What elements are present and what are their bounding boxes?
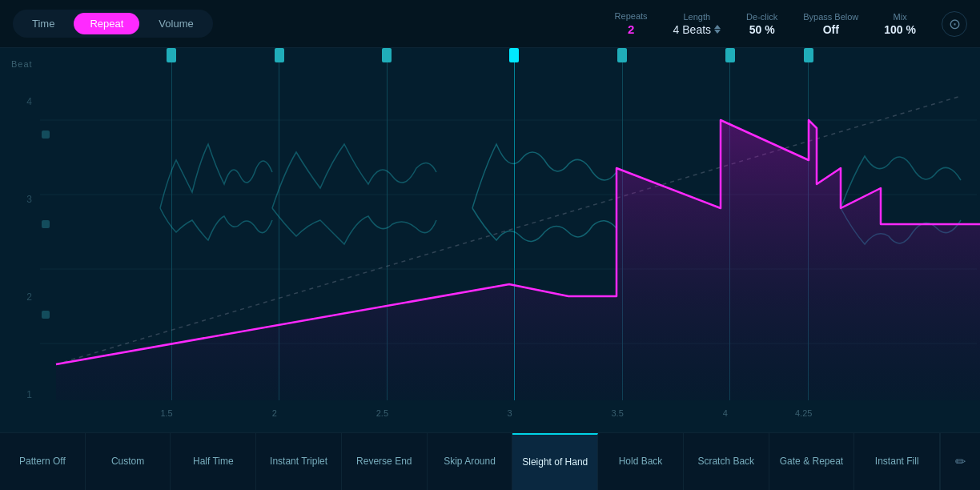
x-tick-2.5: 2.5 [376,408,388,418]
x-tick-2: 2 [272,408,277,418]
arrow-up-icon[interactable] [714,25,721,29]
tab-time[interactable]: Time [16,13,70,34]
preset-instant-fill[interactable]: Instant Fill [854,433,940,490]
param-repeats: Repeats 2 [615,11,648,36]
length-value: 4 Beats [673,23,711,36]
preset-custom[interactable]: Custom [86,433,171,490]
preset-gate-repeat[interactable]: Gate & Repeat [769,433,855,490]
bypass-label: Bypass Below [803,12,858,22]
declick-label: De-click [746,12,777,22]
x-tick-3.5: 3.5 [611,408,623,418]
preset-skip-around[interactable]: Skip Around [428,433,513,490]
x-tick-3: 3 [507,408,512,418]
top-bar: Time Repeat Volume Repeats 2 Length 4 Be… [0,0,980,48]
arrow-down-icon[interactable] [714,30,721,34]
param-declick: De-click 50 % [746,12,777,36]
param-mix: Mix 100 % [884,12,916,36]
curve-display [0,48,980,400]
preset-scratch-back[interactable]: Scratch Back [684,433,769,490]
length-control[interactable]: 4 Beats [673,23,721,36]
bottom-bar: Pattern Off Custom Half Time Instant Tri… [0,432,980,490]
preset-pattern-off[interactable]: Pattern Off [0,433,86,490]
more-button[interactable]: ⊙ [942,11,967,37]
repeats-label: Repeats [615,11,648,21]
param-group: Repeats 2 Length 4 Beats De-click 50 % B… [615,11,967,37]
tab-volume[interactable]: Volume [143,13,209,34]
preset-hold-back[interactable]: Hold Back [598,433,684,490]
tab-group: Time Repeat Volume [13,10,213,38]
param-bypass: Bypass Below Off [803,12,858,36]
length-label: Length [684,12,711,22]
main-area: Beat 4 3 2 1 [0,48,980,432]
param-length: Length 4 Beats [673,12,721,36]
preset-sleight-of-hand[interactable]: Sleight of Hand [512,433,598,490]
mix-label: Mix [894,12,907,22]
mix-value[interactable]: 100 % [884,23,916,36]
x-tick-1.5: 1.5 [160,408,172,418]
length-arrows[interactable] [714,25,721,34]
x-tick-4.25: 4.25 [795,408,812,418]
pencil-icon: ✏ [955,454,966,469]
x-tick-4: 4 [723,408,728,418]
preset-half-time[interactable]: Half Time [171,433,256,490]
declick-value[interactable]: 50 % [749,23,775,36]
preset-instant-triplet[interactable]: Instant Triplet [256,433,342,490]
bypass-value[interactable]: Off [823,23,839,36]
repeats-value[interactable]: 2 [628,22,634,36]
preset-reverse-end[interactable]: Reverse End [342,433,428,490]
pencil-button[interactable]: ✏ [940,433,980,490]
tab-repeat[interactable]: Repeat [74,13,139,34]
